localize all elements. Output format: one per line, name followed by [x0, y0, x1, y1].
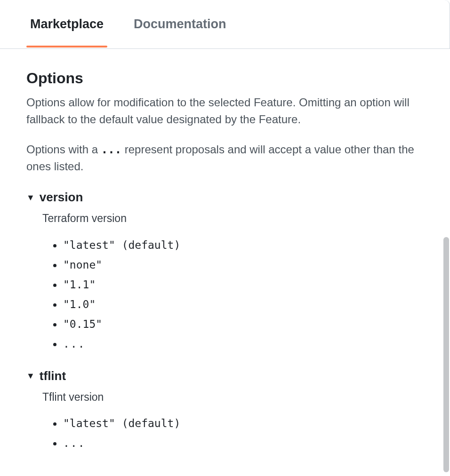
ellipsis-icon: ... — [63, 437, 86, 449]
value-suffix: (default) — [115, 239, 180, 251]
option-version-sub: Terraform version — [42, 210, 424, 227]
value-code: "latest" — [63, 239, 115, 251]
scrollbar-thumb[interactable] — [443, 237, 449, 472]
list-item: "1.0" — [63, 294, 424, 314]
options-description-1: Options allow for modification to the se… — [26, 94, 424, 128]
list-item: "none" — [63, 255, 424, 275]
ellipsis-icon: ... — [63, 338, 86, 350]
value-code: "latest" — [63, 417, 115, 429]
option-version: ▼ version Terraform version "latest" (de… — [26, 188, 424, 354]
value-code: "1.1" — [63, 278, 96, 291]
value-code: "none" — [63, 259, 102, 271]
option-tflint-values: "latest" (default) ... — [63, 413, 424, 453]
list-item: "0.15" — [63, 314, 424, 334]
options-description-2: Options with a ... represent proposals a… — [26, 141, 424, 175]
desc2-prefix: Options with a — [26, 143, 101, 156]
list-item: ... — [63, 433, 424, 453]
main-content: Options Options allow for modification t… — [0, 49, 450, 453]
tab-marketplace[interactable]: Marketplace — [26, 1, 107, 48]
options-heading: Options — [26, 67, 424, 89]
value-suffix: (default) — [115, 417, 180, 429]
option-tflint-summary[interactable]: ▼ tflint — [26, 367, 424, 385]
list-item: "1.1" — [63, 275, 424, 294]
ellipsis-sample: ... — [101, 143, 121, 156]
list-item: "latest" (default) — [63, 413, 424, 433]
option-tflint-sub: Tflint version — [42, 389, 424, 405]
value-code: "0.15" — [63, 318, 102, 330]
option-version-values: "latest" (default) "none" "1.1" "1.0" "0… — [63, 235, 424, 354]
triangle-down-icon: ▼ — [26, 372, 35, 380]
tab-documentation[interactable]: Documentation — [130, 1, 230, 48]
option-version-summary[interactable]: ▼ version — [26, 188, 424, 206]
tab-bar: Marketplace Documentation — [0, 0, 450, 49]
triangle-down-icon: ▼ — [26, 193, 35, 202]
list-item: ... — [63, 334, 424, 354]
scrollbar-track — [442, 49, 449, 476]
list-item: "latest" (default) — [63, 235, 424, 255]
option-version-name: version — [40, 188, 83, 206]
option-tflint-name: tflint — [40, 367, 66, 385]
option-tflint: ▼ tflint Tflint version "latest" (defaul… — [26, 367, 424, 453]
value-code: "1.0" — [63, 298, 96, 310]
